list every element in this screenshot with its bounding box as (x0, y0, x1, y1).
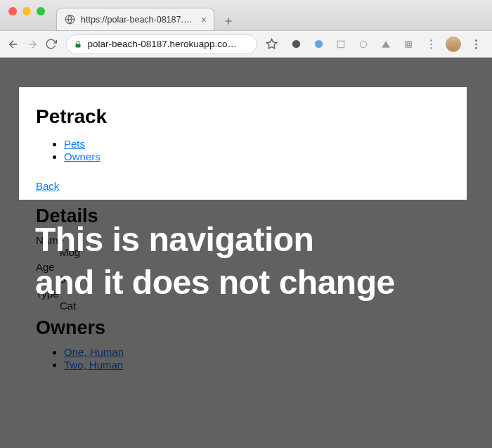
new-tab-button[interactable] (219, 12, 238, 30)
lock-icon (74, 40, 82, 49)
tab-strip: https://polar-beach-08187.her × (56, 6, 238, 30)
nav-item: Owners (64, 151, 450, 163)
nav-item: Pets (64, 138, 450, 151)
svg-point-9 (430, 39, 432, 41)
svg-rect-1 (75, 44, 80, 47)
extension-icon-4[interactable] (353, 34, 374, 55)
browser-toolbar: polar-beach-08187.herokuapp.co… (0, 31, 492, 58)
forward-button[interactable] (25, 34, 41, 55)
svg-point-6 (360, 41, 366, 47)
extension-icon-7[interactable] (420, 34, 441, 55)
main-nav: Pets Owners (36, 138, 450, 163)
back-link[interactable]: Back (36, 180, 59, 192)
svg-marker-2 (267, 39, 277, 48)
nav-link-pets[interactable]: Pets (64, 138, 85, 150)
profile-avatar[interactable] (443, 34, 464, 55)
extension-icon-5[interactable] (375, 34, 396, 55)
window-titlebar: https://polar-beach-08187.her × (0, 0, 492, 31)
tab-close-button[interactable]: × (201, 14, 207, 25)
brand-title: Petrack (36, 105, 450, 128)
svg-point-14 (475, 47, 477, 49)
menu-icon[interactable] (465, 34, 486, 55)
svg-point-10 (430, 43, 432, 45)
globe-icon (64, 14, 75, 25)
svg-point-12 (475, 39, 477, 41)
extension-icons (285, 34, 486, 55)
svg-rect-8 (407, 43, 410, 46)
svg-rect-5 (337, 41, 344, 47)
browser-tab[interactable]: https://polar-beach-08187.her × (56, 8, 214, 30)
svg-point-13 (475, 43, 477, 45)
annotation-overlay: This is navigation and it does not chang… (35, 218, 478, 305)
window-traffic-lights (0, 0, 45, 15)
nav-link-owners[interactable]: Owners (64, 151, 101, 162)
window-minimize-button[interactable] (22, 7, 31, 15)
star-icon[interactable] (264, 34, 280, 55)
window-zoom-button[interactable] (37, 7, 45, 15)
back-button[interactable] (6, 34, 22, 55)
extension-icon-6[interactable] (398, 34, 419, 55)
address-url: polar-beach-08187.herokuapp.co… (88, 39, 250, 49)
svg-point-4 (314, 40, 322, 48)
window-close-button[interactable] (8, 7, 17, 15)
annotation-line-2: and it does not change (35, 264, 395, 301)
svg-rect-7 (406, 41, 411, 46)
navigation-highlight: Petrack Pets Owners Back (19, 87, 467, 200)
tab-title: https://polar-beach-08187.her (81, 15, 195, 25)
page-viewport: Details Name Mog Age 3 Type Cat Owners O… (0, 58, 492, 448)
address-bar[interactable]: polar-beach-08187.herokuapp.co… (66, 34, 257, 54)
reload-button[interactable] (43, 34, 59, 55)
svg-point-11 (430, 47, 432, 49)
extension-icon-3[interactable] (330, 34, 351, 55)
annotation-line-1: This is navigation (35, 221, 313, 258)
extension-icon-2[interactable] (308, 34, 329, 55)
extension-icon-1[interactable] (285, 34, 306, 55)
svg-point-3 (292, 40, 299, 48)
